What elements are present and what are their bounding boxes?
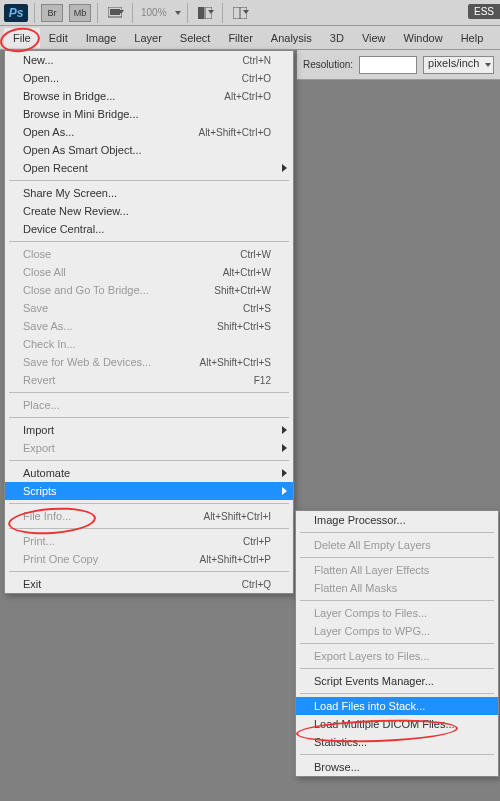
scripts-menu-item[interactable]: Export Layers to Files... [296, 647, 498, 665]
menu-item-label: Layer Comps to WPG... [314, 625, 430, 637]
file-menu-item[interactable]: Place... [5, 396, 293, 414]
file-menu-item[interactable]: New...Ctrl+N [5, 51, 293, 69]
menu-item-label: Check In... [23, 338, 76, 350]
menu-select[interactable]: Select [171, 28, 220, 48]
file-menu-item[interactable]: Share My Screen... [5, 184, 293, 202]
minibridge-button[interactable]: Mb [69, 4, 91, 22]
file-menu-item[interactable]: RevertF12 [5, 371, 293, 389]
separator [34, 3, 35, 23]
menu-separator [300, 643, 494, 644]
menu-item-label: Device Central... [23, 223, 104, 235]
menu-item-label: Save for Web & Devices... [23, 356, 151, 368]
menu-shortcut: Shift+Ctrl+S [217, 321, 271, 332]
file-menu-item[interactable]: Scripts [5, 482, 293, 500]
view-extras-icon[interactable] [194, 4, 216, 22]
file-menu-item[interactable]: Check In... [5, 335, 293, 353]
menu-shortcut: Ctrl+W [240, 249, 271, 260]
menu-separator [9, 460, 289, 461]
menu-item-label: Automate [23, 467, 70, 479]
file-menu-item[interactable]: Open Recent [5, 159, 293, 177]
menu-item-label: Exit [23, 578, 41, 590]
menu-item-label: Open... [23, 72, 59, 84]
workspace-label[interactable]: ESS [468, 4, 500, 19]
file-menu-item[interactable]: Close AllAlt+Ctrl+W [5, 263, 293, 281]
menu-shortcut: Shift+Ctrl+W [214, 285, 271, 296]
separator [132, 3, 133, 23]
file-menu-item[interactable]: SaveCtrl+S [5, 299, 293, 317]
menu-shortcut: Ctrl+S [243, 303, 271, 314]
file-menu-item[interactable]: CloseCtrl+W [5, 245, 293, 263]
scripts-menu-item[interactable]: Layer Comps to Files... [296, 604, 498, 622]
menu-file[interactable]: File [4, 28, 40, 48]
resolution-label: Resolution: [303, 59, 353, 70]
file-menu-item[interactable]: Save As...Shift+Ctrl+S [5, 317, 293, 335]
arrange-documents-icon[interactable] [229, 4, 251, 22]
scripts-menu-item[interactable]: Image Processor... [296, 511, 498, 529]
menu-item-label: Close [23, 248, 51, 260]
scripts-menu-item[interactable]: Flatten All Masks [296, 579, 498, 597]
file-menu-item[interactable]: Browse in Mini Bridge... [5, 105, 293, 123]
scripts-menu-item[interactable]: Load Multiple DICOM Files... [296, 715, 498, 733]
scripts-menu-item[interactable]: Load Files into Stack... [296, 697, 498, 715]
menu-shortcut: Alt+Shift+Ctrl+P [200, 554, 271, 565]
file-menu-item[interactable]: Open As...Alt+Shift+Ctrl+O [5, 123, 293, 141]
menu-separator [300, 693, 494, 694]
scripts-menu-item[interactable]: Browse... [296, 758, 498, 776]
photoshop-logo: Ps [4, 4, 28, 22]
scripts-menu-item[interactable]: Statistics... [296, 733, 498, 751]
menu-shortcut: Ctrl+O [242, 73, 271, 84]
menu-separator [9, 241, 289, 242]
menu-help[interactable]: Help [452, 28, 493, 48]
zoom-level[interactable]: 100% [139, 7, 169, 18]
menu-shortcut: Alt+Shift+Ctrl+O [198, 127, 271, 138]
menu-analysis[interactable]: Analysis [262, 28, 321, 48]
app-toolbar: Ps Br Mb 100% ESS [0, 0, 500, 26]
menu-window[interactable]: Window [395, 28, 452, 48]
scripts-menu-item[interactable]: Layer Comps to WPG... [296, 622, 498, 640]
separator [187, 3, 188, 23]
file-menu-item[interactable]: ExitCtrl+Q [5, 575, 293, 593]
chevron-down-icon [118, 10, 124, 14]
scripts-menu-item[interactable]: Flatten All Layer Effects [296, 561, 498, 579]
scripts-menu-item[interactable]: Delete All Empty Layers [296, 536, 498, 554]
file-menu-item[interactable]: Export [5, 439, 293, 457]
menu-layer[interactable]: Layer [125, 28, 171, 48]
chevron-right-icon [282, 164, 287, 172]
menu-item-label: Load Files into Stack... [314, 700, 425, 712]
menu-shortcut: Alt+Ctrl+W [223, 267, 271, 278]
menu-image[interactable]: Image [77, 28, 126, 48]
file-menu-item[interactable]: Create New Review... [5, 202, 293, 220]
file-dropdown-menu: New...Ctrl+NOpen...Ctrl+OBrowse in Bridg… [4, 50, 294, 594]
screen-mode-icon[interactable] [104, 4, 126, 22]
file-menu-item[interactable]: Browse in Bridge...Alt+Ctrl+O [5, 87, 293, 105]
file-menu-item[interactable]: Import [5, 421, 293, 439]
file-menu-item[interactable]: Automate [5, 464, 293, 482]
chevron-down-icon[interactable] [175, 11, 181, 15]
file-menu-item[interactable]: Open As Smart Object... [5, 141, 293, 159]
menu-item-label: Place... [23, 399, 60, 411]
menu-separator [9, 417, 289, 418]
chevron-down-icon [208, 10, 214, 14]
file-menu-item[interactable]: Open...Ctrl+O [5, 69, 293, 87]
file-menu-item[interactable]: Print One CopyAlt+Shift+Ctrl+P [5, 550, 293, 568]
chevron-down-icon [485, 63, 491, 67]
menu-edit[interactable]: Edit [40, 28, 77, 48]
file-menu-item[interactable]: File Info...Alt+Shift+Ctrl+I [5, 507, 293, 525]
file-menu-item[interactable]: Close and Go To Bridge...Shift+Ctrl+W [5, 281, 293, 299]
scripts-menu-item[interactable]: Script Events Manager... [296, 672, 498, 690]
menu-3d[interactable]: 3D [321, 28, 353, 48]
menu-item-label: Scripts [23, 485, 57, 497]
resolution-input[interactable] [359, 56, 417, 74]
menu-item-label: Delete All Empty Layers [314, 539, 431, 551]
menu-view[interactable]: View [353, 28, 395, 48]
chevron-right-icon [282, 444, 287, 452]
file-menu-item[interactable]: Save for Web & Devices...Alt+Shift+Ctrl+… [5, 353, 293, 371]
menu-item-label: New... [23, 54, 54, 66]
menu-item-label: Flatten All Layer Effects [314, 564, 429, 576]
menu-shortcut: Alt+Ctrl+O [224, 91, 271, 102]
menu-filter[interactable]: Filter [219, 28, 261, 48]
resolution-unit-select[interactable]: pixels/inch [423, 56, 494, 74]
bridge-button[interactable]: Br [41, 4, 63, 22]
file-menu-item[interactable]: Print...Ctrl+P [5, 532, 293, 550]
file-menu-item[interactable]: Device Central... [5, 220, 293, 238]
